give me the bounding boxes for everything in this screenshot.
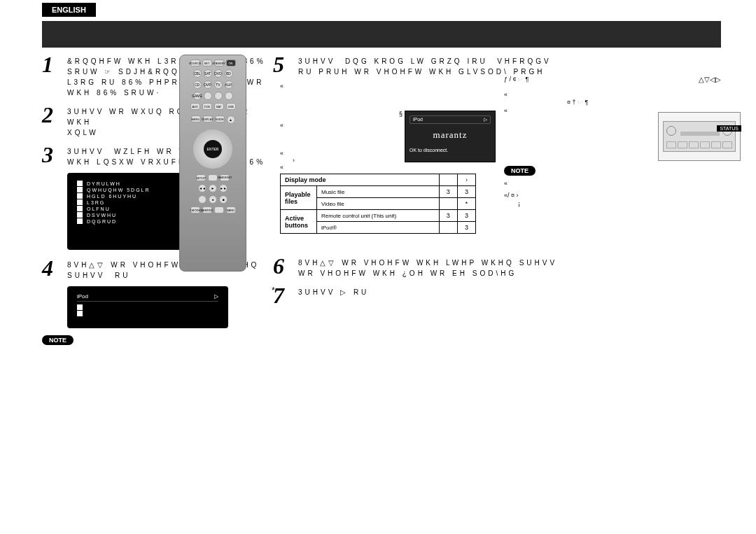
remote-source-button[interactable]: SOURCE bbox=[190, 59, 200, 66]
list-item-label: QWHUQHW 5DGLR bbox=[87, 188, 150, 192]
remote-button[interactable] bbox=[214, 206, 224, 213]
table-cell: 3 bbox=[457, 222, 475, 234]
remote-display-button[interactable]: DISPLAY bbox=[203, 115, 213, 122]
remote-input-button[interactable] bbox=[204, 92, 212, 100]
display-mode-table: Display mode › Playable files Music file… bbox=[280, 174, 476, 234]
note-block-left: NOTE bbox=[42, 335, 266, 345]
remote-enter-button[interactable]: ENTER bbox=[204, 140, 222, 158]
menu-item-icon bbox=[77, 206, 83, 211]
list-item-label: OLFNU bbox=[87, 206, 111, 211]
remote-standby-button[interactable]: STANDBY bbox=[214, 59, 224, 66]
body-text: ¤ † ☞ ¶ bbox=[567, 99, 721, 107]
play-icon: ▷ bbox=[484, 117, 487, 122]
remote-input-button[interactable]: TV bbox=[214, 80, 223, 89]
table-cell: 3 bbox=[439, 186, 457, 198]
remote-input-button[interactable]: SAT bbox=[204, 69, 212, 78]
remote-memory-button[interactable]: MEMORY bbox=[202, 206, 212, 213]
remote-input-button[interactable]: AUX bbox=[225, 80, 233, 89]
list-item bbox=[77, 304, 218, 310]
play-icon: ▷ bbox=[214, 293, 218, 300]
remote-guide-button[interactable]: GUIDE bbox=[215, 115, 225, 122]
remote-tmode-button[interactable]: T.MODE bbox=[190, 206, 200, 213]
table-group: Active buttons bbox=[281, 210, 317, 234]
list-item-label: DSVWHU bbox=[87, 213, 117, 218]
remote-input-button[interactable]: AUX bbox=[190, 103, 200, 110]
menu-screen-ipod: iPod ▷ bbox=[67, 286, 228, 328]
table-cell: Video file bbox=[317, 198, 440, 210]
step-text: 3UHVV ▷ RU bbox=[298, 284, 369, 307]
table-cell: Remote control unit (This unit) bbox=[317, 210, 440, 222]
menu-item-icon bbox=[77, 193, 83, 199]
step-number: 4 bbox=[42, 257, 63, 281]
table-row: Active buttons Remote control unit (This… bbox=[281, 210, 476, 222]
remote-set-button[interactable]: SET bbox=[202, 59, 212, 66]
table-header: Display mode bbox=[281, 174, 440, 186]
body-text: « bbox=[280, 83, 497, 90]
menu-item-icon bbox=[77, 304, 83, 310]
footnote-star: * bbox=[272, 286, 275, 295]
remote-input-button[interactable] bbox=[225, 92, 233, 100]
menu-item-icon bbox=[77, 181, 83, 186]
table-cell bbox=[439, 222, 457, 234]
section-title-bar bbox=[42, 21, 721, 48]
step-number: 5 bbox=[273, 53, 294, 77]
list-item-label: DYRULWH bbox=[87, 181, 121, 186]
remote-forward-button[interactable]: ►► bbox=[219, 184, 227, 192]
osd-title: iPod bbox=[413, 117, 423, 122]
remote-input-button[interactable] bbox=[214, 92, 223, 100]
step-text: 8VH△▽ WR VHOHFW WKH LWHP WKHQ SUHVV WR V… bbox=[298, 255, 562, 279]
remote-search-info-button[interactable]: SEARCH/INFO bbox=[220, 174, 230, 181]
brand-logo: marantz bbox=[433, 129, 468, 140]
step-7: 7 3UHVV ▷ RU bbox=[273, 284, 497, 307]
remote-menu-button[interactable]: MENU bbox=[191, 115, 201, 122]
list-item-label: DQGRUD bbox=[87, 219, 117, 224]
remote-input-button[interactable]: DVD bbox=[214, 69, 223, 78]
menu-item-icon bbox=[77, 187, 83, 192]
remote-dpad[interactable]: ENTER bbox=[193, 129, 232, 169]
remote-input-button[interactable]: GAME bbox=[193, 92, 202, 100]
device-diagram: STATUS bbox=[658, 112, 741, 161]
body-text: « bbox=[504, 180, 721, 188]
step-number: 2 bbox=[42, 104, 63, 138]
table-cell bbox=[439, 198, 457, 210]
table-cell: 3 bbox=[457, 186, 475, 198]
remote-input-button[interactable]: DVR bbox=[204, 80, 212, 89]
table-cell: 3 bbox=[439, 210, 457, 222]
remote-input-button[interactable]: SAT bbox=[214, 103, 224, 110]
remote-control-illustration: SOURCE SET STANDBY ON CBL SAT DVD BD CD … bbox=[179, 55, 246, 272]
status-label: STATUS bbox=[717, 125, 741, 132]
step-number: 6 bbox=[273, 255, 294, 279]
remote-setup-button[interactable]: SETUP bbox=[196, 174, 206, 181]
remote-volume-button[interactable]: ▲ bbox=[227, 115, 235, 124]
remote-input-button[interactable]: USB bbox=[226, 103, 236, 110]
remote-record-button[interactable]: ● bbox=[209, 195, 217, 204]
remote-input-button[interactable]: BD bbox=[225, 69, 233, 78]
table-header: › bbox=[457, 174, 475, 186]
remote-input-button[interactable]: CBL bbox=[193, 69, 202, 78]
language-tab: ENGLISH bbox=[42, 3, 96, 17]
screen-title: iPod bbox=[77, 293, 88, 300]
table-cell: Music file bbox=[317, 186, 440, 198]
remote-stop-button[interactable]: ■ bbox=[219, 195, 227, 204]
remote-rewind-button[interactable]: ◄◄ bbox=[198, 184, 206, 192]
marantz-osd-screen: iPod ▷ marantz OK to disconnect. bbox=[405, 111, 496, 162]
remote-pause-button[interactable] bbox=[198, 195, 206, 204]
menu-item-icon bbox=[77, 311, 83, 316]
remote-input-button[interactable]: CD bbox=[193, 80, 202, 89]
step-number: 7 bbox=[273, 284, 294, 307]
menu-item-icon bbox=[77, 218, 83, 224]
remote-band-button[interactable]: BAND bbox=[226, 206, 236, 213]
osd-status-text: OK to disconnect. bbox=[410, 148, 491, 153]
table-row: Playable files Music file 3 3 bbox=[281, 186, 476, 198]
remote-on-button[interactable]: ON bbox=[226, 59, 236, 66]
remote-input-button[interactable]: TUN bbox=[202, 103, 212, 110]
body-text: ¡ bbox=[518, 200, 721, 209]
table-header bbox=[439, 174, 457, 186]
table-group: Playable files bbox=[281, 186, 317, 210]
list-item-label: HGLD 6HUYHU bbox=[87, 194, 137, 199]
step-number: 3 bbox=[42, 143, 63, 167]
body-text: «/ ¤ › bbox=[504, 192, 721, 200]
note-badge: NOTE bbox=[504, 166, 536, 176]
remote-return-button[interactable] bbox=[208, 174, 218, 181]
remote-play-button[interactable]: ► bbox=[209, 184, 217, 192]
